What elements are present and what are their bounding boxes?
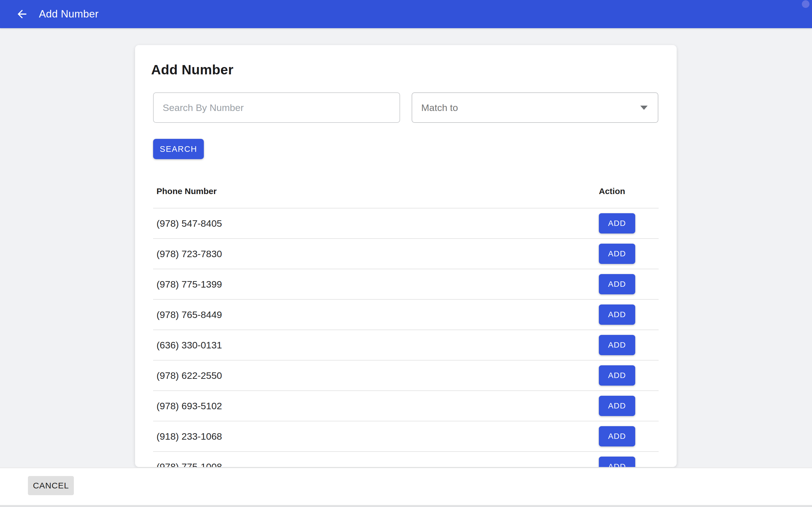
add-button[interactable]: ADD (599, 335, 635, 355)
add-number-card: Add Number Match to SEARCH Phone Number … (135, 45, 677, 467)
phone-number-cell: (978) 723-7830 (153, 248, 599, 260)
add-button[interactable]: ADD (599, 457, 635, 467)
app-bar: Add Number (0, 0, 812, 28)
table-row: (978) 775-1399 ADD (153, 269, 659, 300)
add-button[interactable]: ADD (599, 365, 635, 386)
phone-number-cell: (978) 775-1008 (153, 461, 599, 467)
table-row: (978) 693-5102 ADD (153, 391, 659, 421)
cancel-button[interactable]: CANCEL (28, 476, 74, 495)
phone-number-cell: (978) 765-8449 (153, 309, 599, 320)
table-row: (978) 765-8449 ADD (153, 300, 659, 330)
action-cell: ADD (599, 365, 659, 386)
table-row: (978) 547-8405 ADD (153, 209, 659, 239)
action-cell: ADD (599, 335, 659, 355)
search-by-number-input[interactable] (153, 93, 400, 123)
app-bar-title: Add Number (39, 8, 99, 20)
table-header-row: Phone Number Action (153, 175, 659, 209)
add-button[interactable]: ADD (599, 244, 635, 264)
action-column-header: Action (599, 186, 659, 196)
action-cell: ADD (599, 244, 659, 264)
table-row: (918) 233-1068 ADD (153, 421, 659, 452)
bottom-edge-strip (0, 505, 812, 507)
action-cell: ADD (599, 213, 659, 233)
card-title: Add Number (151, 62, 659, 78)
footer-action-bar: CANCEL (0, 467, 812, 505)
phone-number-column-header: Phone Number (153, 186, 599, 196)
add-button[interactable]: ADD (599, 396, 635, 416)
match-to-select[interactable]: Match to (412, 93, 658, 123)
action-cell: ADD (599, 304, 659, 325)
table-row: (636) 330-0131 ADD (153, 330, 659, 360)
add-button[interactable]: ADD (599, 274, 635, 294)
search-controls: Match to (153, 93, 659, 123)
table-row: (978) 622-2550 ADD (153, 360, 659, 391)
action-cell: ADD (599, 274, 659, 294)
arrow-back-icon (15, 8, 29, 20)
phone-number-table: Phone Number Action (978) 547-8405 ADD (… (153, 175, 659, 467)
table-row: (978) 775-1008 ADD (153, 452, 659, 467)
cursor-dot (802, 0, 809, 8)
match-to-label: Match to (421, 102, 458, 113)
phone-number-cell: (918) 233-1068 (153, 431, 599, 442)
phone-number-cell: (978) 547-8405 (153, 218, 599, 229)
add-button[interactable]: ADD (599, 213, 635, 233)
table-row: (978) 723-7830 ADD (153, 239, 659, 269)
phone-number-cell: (636) 330-0131 (153, 340, 599, 351)
phone-number-cell: (978) 622-2550 (153, 370, 599, 381)
back-button[interactable] (14, 6, 30, 22)
action-cell: ADD (599, 396, 659, 416)
add-button[interactable]: ADD (599, 426, 635, 446)
caret-down-icon (640, 106, 648, 110)
action-cell: ADD (599, 457, 659, 467)
phone-number-cell: (978) 775-1399 (153, 279, 599, 290)
action-cell: ADD (599, 426, 659, 446)
phone-number-cell: (978) 693-5102 (153, 400, 599, 411)
table-body: (978) 547-8405 ADD (978) 723-7830 ADD (9… (153, 209, 659, 467)
search-button[interactable]: SEARCH (153, 139, 204, 159)
add-button[interactable]: ADD (599, 304, 635, 325)
